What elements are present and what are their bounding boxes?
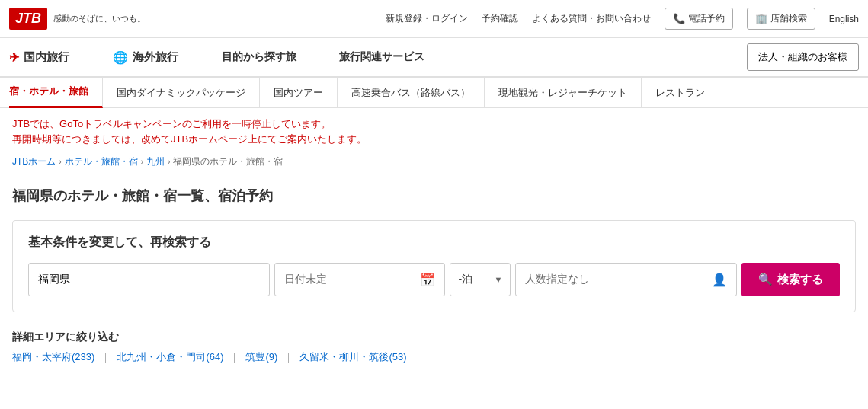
search-icon: 🔍 <box>758 273 773 286</box>
subnav-local-activities[interactable]: 現地観光・レジャーチケット <box>485 78 642 108</box>
subnav-hotel[interactable]: 宿・ホテル・旅館 <box>9 78 103 108</box>
top-header: JTB 感動のそばに、いつも。 新規登録・ログイン 予約確認 よくある質問・お問… <box>0 0 868 38</box>
register-login-link[interactable]: 新規登録・ログイン <box>386 12 468 25</box>
logo-tagline: 感動のそばに、いつも。 <box>53 13 146 24</box>
reservation-check-link[interactable]: 予約確認 <box>482 12 518 25</box>
person-icon: 👤 <box>712 273 727 287</box>
area-link-chikuho[interactable]: 筑豊(9) <box>245 350 277 364</box>
faq-contact-link[interactable]: よくある質問・お問い合わせ <box>532 12 651 25</box>
domestic-icon: ✈ <box>9 50 19 65</box>
jtb-logo[interactable]: JTB <box>9 8 47 30</box>
area-filter-section: 詳細エリアに絞り込む 福岡・太宰府(233) ｜ 北九州・小倉・門司(64) ｜… <box>0 318 868 373</box>
guests-placeholder-text: 人数指定なし <box>525 273 589 286</box>
phone-reservation-button[interactable]: 📞 電話予約 <box>665 8 733 30</box>
guests-selector[interactable]: 人数指定なし 👤 <box>515 263 737 296</box>
area-link-fukuoka[interactable]: 福岡・太宰府(233) <box>12 350 94 364</box>
announcement-line1: JTBでは、GoToトラベルキャンペーンのご利用を一時停止しています。 <box>12 117 856 131</box>
breadcrumb-hotel[interactable]: ホテル・旅館・宿 <box>65 155 138 168</box>
area-filter-title: 詳細エリアに絞り込む <box>12 331 856 344</box>
chevron-down-icon: ▼ <box>495 275 503 284</box>
page-title-section: 福岡県のホテル・旅館・宿一覧、宿泊予約 <box>0 174 868 214</box>
search-row: 日付未定 📅 -泊 ▼ 人数指定なし 👤 🔍 検索する <box>28 263 840 296</box>
breadcrumb: JTBホーム › ホテル・旅館・宿 › 九州 › 福岡県のホテル・旅館・宿 <box>0 152 868 174</box>
subnav-dynamic-package[interactable]: 国内ダイナミックパッケージ <box>103 78 260 108</box>
logo-area: JTB 感動のそばに、いつも。 <box>9 8 146 30</box>
store-search-button[interactable]: 🏢 店舗検索 <box>747 8 815 30</box>
announcement-banner: JTBでは、GoToトラベルキャンペーンのご利用を一時停止しています。 再開時期… <box>0 108 868 152</box>
breadcrumb-home[interactable]: JTBホーム <box>12 155 56 168</box>
area-filter-links: 福岡・太宰府(233) ｜ 北九州・小倉・門司(64) ｜ 筑豊(9) ｜ 久留… <box>12 350 856 364</box>
corporate-button[interactable]: 法人・組織のお客様 <box>747 43 859 71</box>
area-link-kurume[interactable]: 久留米・柳川・筑後(53) <box>299 350 406 364</box>
subnav-restaurant[interactable]: レストラン <box>642 78 719 108</box>
announcement-line2: 再開時期等につきましては、改めてJTBホームページ上にてご案内いたします。 <box>12 133 856 146</box>
nav-travel-services[interactable]: 旅行関連サービス <box>318 37 446 77</box>
nights-selector[interactable]: -泊 ▼ <box>450 263 511 296</box>
english-link[interactable]: English <box>829 14 859 24</box>
page-title: 福岡県のホテル・旅館・宿一覧、宿泊予約 <box>12 187 856 205</box>
date-picker[interactable]: 日付未定 📅 <box>274 263 445 296</box>
search-section-title: 基本条件を変更して、再検索する <box>28 235 840 251</box>
subnav-highway-bus[interactable]: 高速乗合バス（路線バス） <box>338 78 485 108</box>
area-link-kitakyushu[interactable]: 北九州・小倉・門司(64) <box>117 350 223 364</box>
breadcrumb-current: 福岡県のホテル・旅館・宿 <box>173 155 283 168</box>
store-icon: 🏢 <box>755 13 767 24</box>
globe-icon: 🌐 <box>113 50 128 65</box>
nav-overseas-travel[interactable]: 🌐 海外旅行 <box>91 37 200 77</box>
date-placeholder-text: 日付未定 <box>284 273 327 286</box>
sub-navigation: 宿・ホテル・旅館 国内ダイナミックパッケージ 国内ツアー 高速乗合バス（路線バス… <box>0 78 868 108</box>
main-navigation: ✈ 国内旅行 🌐 海外旅行 目的から探す旅 旅行関連サービス 法人・組織のお客様 <box>0 38 868 78</box>
nights-value: -泊 <box>458 273 472 286</box>
calendar-icon: 📅 <box>420 273 435 287</box>
breadcrumb-kyushu[interactable]: 九州 <box>146 155 165 168</box>
subnav-domestic-tour[interactable]: 国内ツアー <box>260 78 338 108</box>
top-navigation: 新規登録・ログイン 予約確認 よくある質問・お問い合わせ 📞 電話予約 🏢 店舗… <box>146 8 859 30</box>
location-input[interactable] <box>28 263 270 296</box>
search-section: 基本条件を変更して、再検索する 日付未定 📅 -泊 ▼ 人数指定なし 👤 🔍 検… <box>12 220 856 312</box>
nav-destination-search[interactable]: 目的から探す旅 <box>200 37 318 77</box>
phone-icon: 📞 <box>673 13 685 24</box>
search-button[interactable]: 🔍 検索する <box>741 263 840 296</box>
nav-domestic-travel[interactable]: ✈ 国内旅行 <box>9 37 91 77</box>
